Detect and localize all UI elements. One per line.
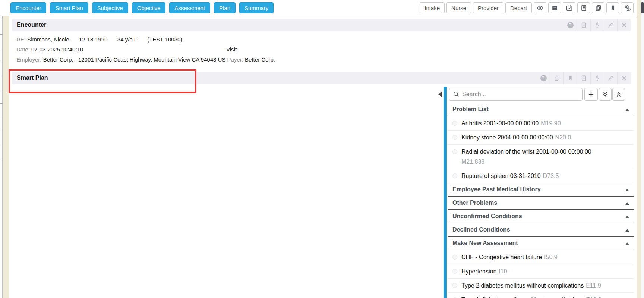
section-other-problems[interactable]: Other Problems (448, 197, 634, 210)
tab-assessment-button[interactable]: Assessment (169, 2, 210, 13)
icd-code: E11.9 (586, 282, 601, 289)
bookmark-icon[interactable] (564, 72, 577, 84)
patient-identity-line: RE: Simmons, Nicole 12-18-1990 34 y/o F … (16, 34, 275, 44)
radio-circle[interactable] (452, 283, 457, 288)
tab-smart-plan-button[interactable]: Smart Plan (50, 2, 88, 13)
edit-pencil-icon[interactable] (604, 72, 617, 84)
edit-pencil-icon[interactable] (604, 19, 617, 31)
book-icon[interactable] (577, 72, 590, 84)
visit-label: Visit (226, 44, 237, 54)
right-gutter (637, 0, 641, 298)
icd-code: E10.9 (586, 297, 602, 298)
help-icon[interactable] (537, 72, 550, 84)
problem-item[interactable]: Arthritis 2001-00-00 00:00:00M19.90 (448, 116, 634, 131)
problem-item[interactable]: Radial deviation of the wrist 2001-00-00… (448, 145, 634, 169)
settings-gears-icon (624, 4, 631, 12)
double-chevron-up-icon (615, 91, 622, 98)
eye-icon-button[interactable] (534, 2, 546, 13)
section-unconfirmed-conditions[interactable]: Unconfirmed Conditions (448, 210, 634, 223)
search-input[interactable] (449, 88, 583, 101)
plus-icon (588, 91, 594, 98)
employer-label: Employer: (16, 56, 42, 63)
smart-plan-title: Smart Plan (12, 75, 48, 81)
assessment-item[interactable]: CHF - Congestive heart failureI50.9 (448, 250, 634, 264)
copy-icon (595, 4, 602, 12)
left-gutter (3, 16, 9, 298)
scrollbar-thumb[interactable] (641, 2, 644, 13)
encounter-title: Encounter (12, 22, 46, 28)
problem-item[interactable]: Rupture of spleen 03-31-2010D73.5 (448, 169, 634, 183)
patient-info: RE: Simmons, Nicole 12-18-1990 34 y/o F … (16, 34, 275, 65)
panel-blue-divider[interactable] (444, 87, 447, 298)
microphone-icon[interactable] (590, 72, 604, 84)
encounter-panel-header: Encounter (12, 19, 631, 31)
assessment-item[interactable]: Type 2 diabetes mellitus without complic… (448, 279, 634, 293)
expand-all-button[interactable] (599, 88, 612, 101)
section-make-new-assessment[interactable]: Make New Assessment (448, 237, 634, 250)
collapse-triangle-icon (625, 242, 629, 245)
radio-circle[interactable] (452, 149, 457, 154)
tab-summary-button[interactable]: Summary (239, 2, 274, 13)
copy-icon[interactable] (550, 72, 564, 84)
icd-code: I10 (499, 268, 507, 275)
calendar-check-icon-button[interactable] (563, 2, 575, 13)
problem-item[interactable]: Kidney stone 2004-00-00 00:00:00N20.0 (448, 131, 634, 145)
section-problem-list[interactable]: Problem List (448, 103, 634, 116)
archive-box-icon-button[interactable] (548, 2, 561, 13)
tab-objective-button[interactable]: Objective (132, 2, 166, 13)
problem-panel: Problem List Arthritis 2001-00-00 00:00:… (448, 87, 634, 298)
assessment-item[interactable]: Type 1 diabetes mellitus without complic… (448, 293, 634, 298)
patient-age-sex: 34 y/o F (117, 36, 138, 43)
icd-code: I50.9 (544, 254, 558, 260)
patient-name: Simmons, Nicole (27, 36, 69, 43)
section-declined-conditions[interactable]: Declined Conditions (448, 223, 634, 237)
radio-circle[interactable] (452, 121, 457, 126)
eye-icon (537, 4, 544, 12)
radio-circle[interactable] (452, 255, 457, 260)
radio-circle[interactable] (452, 269, 457, 274)
employer-payer-line: Employer: Better Corp. - 12001 Pacific C… (16, 54, 275, 65)
employer-value: Better Corp. - 12001 Pacific Coast Highw… (43, 56, 226, 63)
book-icon[interactable] (577, 19, 590, 31)
intake-button[interactable]: Intake (420, 2, 445, 13)
right-edge (641, 0, 644, 298)
help-icon[interactable] (564, 19, 577, 31)
nurse-button[interactable]: Nurse (446, 2, 471, 13)
book-icon-button[interactable] (577, 2, 590, 13)
radio-circle[interactable] (452, 173, 457, 178)
tab-plan-button[interactable]: Plan (214, 2, 236, 13)
provider-button[interactable]: Provider (473, 2, 503, 13)
tab-subjective-button[interactable]: Subjective (92, 2, 128, 13)
assessment-item[interactable]: HypertensionI10 (448, 264, 634, 279)
close-icon[interactable] (617, 72, 631, 84)
date-label: Date: (16, 46, 30, 53)
radio-circle[interactable] (452, 135, 457, 140)
top-toolbar: Encounter Smart Plan Subjective Objectiv… (0, 0, 644, 16)
bookmark-icon-button[interactable] (606, 2, 619, 13)
smart-plan-panel-header: Smart Plan (12, 72, 631, 84)
depart-button[interactable]: Depart (505, 2, 532, 13)
collapse-triangle-icon (625, 202, 629, 205)
microphone-icon[interactable] (590, 19, 604, 31)
re-label: RE: (16, 36, 26, 43)
payer-value: Better Corp. (245, 56, 275, 63)
settings-gears-icon-button[interactable] (621, 2, 634, 13)
archive-box-icon (551, 4, 558, 12)
calendar-check-icon (566, 4, 573, 12)
tab-encounter-button[interactable]: Encounter (10, 2, 46, 13)
collapse-triangle-icon (625, 229, 629, 232)
panel-collapse-arrow[interactable] (438, 92, 442, 97)
collapse-triangle-icon (625, 189, 629, 191)
collapse-all-button[interactable] (612, 88, 625, 101)
icd-code: M19.90 (541, 120, 561, 126)
close-icon[interactable] (617, 19, 631, 31)
toolbar-divider (0, 16, 644, 16)
nav-tab-group: Encounter Smart Plan Subjective Objectiv… (10, 2, 274, 13)
visit-date-line: Date: 07-03-2025 10:40:10 Visit (16, 44, 275, 54)
add-problem-button[interactable] (584, 88, 598, 101)
left-ruler (0, 16, 3, 298)
copy-icon-button[interactable] (592, 2, 604, 13)
payer-label: Payer: (227, 56, 243, 63)
section-employee-past-medical-history[interactable]: Employee Past Medical History (448, 183, 634, 197)
patient-dob: 12-18-1990 (79, 36, 108, 43)
